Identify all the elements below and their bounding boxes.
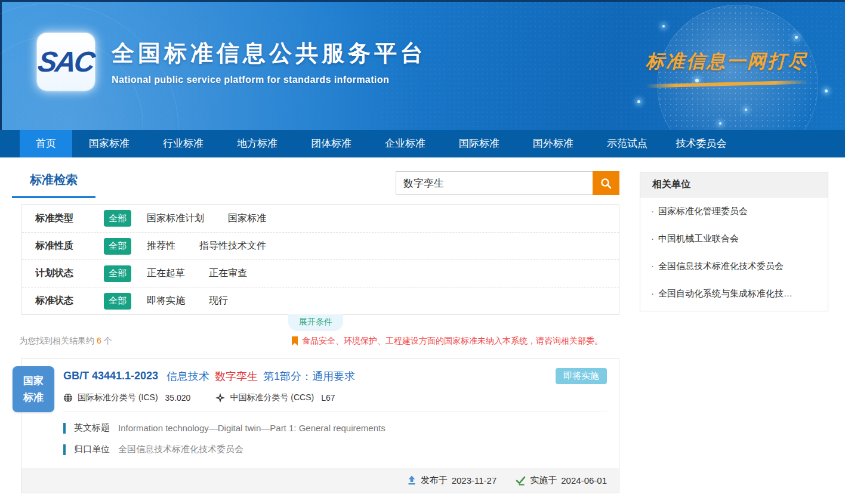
ics-label: 国际标准分类号 (ICS) — [78, 392, 158, 403]
filter-all-badge[interactable]: 全部 — [104, 238, 131, 255]
national-standard-badge: 国家 标准 — [13, 366, 54, 412]
sac-logo-text: SAC — [36, 45, 95, 78]
related-unit-label: 国家标准化管理委员会 — [658, 206, 748, 216]
notice-text: 食品安全、环境保护、工程建设方面的国家标准未纳入本系统，请咨询相关部委。 — [302, 336, 603, 347]
standard-code: GB/T 43441.1-2023 — [63, 370, 158, 382]
nav-item-foreign-standards[interactable]: 国外标准 — [516, 130, 590, 157]
department-row: 归口单位 全国信息技术标准化技术委员会 — [63, 444, 607, 455]
filter-all-badge[interactable]: 全部 — [104, 265, 131, 282]
standard-result-card: 国家 标准 GB/T 43441.1-2023 信息技术 数字孪生 第1部分：通… — [21, 358, 619, 493]
slogan-text: 标准信息一网打尽 — [646, 49, 808, 74]
status-badge: 即将实施 — [556, 368, 607, 384]
filter-all-badge[interactable]: 全部 — [104, 293, 131, 310]
related-units-title: 相关单位 — [640, 172, 828, 197]
related-unit-link[interactable]: ·国家标准化管理委员会 — [640, 197, 828, 225]
implement-date-group: 实施于 2024-06-01 — [516, 475, 607, 486]
publish-label: 发布于 — [421, 475, 448, 486]
bookmark-icon — [291, 336, 298, 346]
implement-date: 2024-06-01 — [561, 475, 607, 486]
nav-item-local-standards[interactable]: 地方标准 — [220, 130, 294, 157]
ics-classification: 国际标准分类号 (ICS) 35.020 — [63, 392, 190, 403]
badge-line2: 标准 — [23, 389, 44, 406]
result-count-number: 6 — [97, 336, 101, 345]
main-nav: 首页 国家标准 行业标准 地方标准 团体标准 企业标准 国际标准 国外标准 示范… — [0, 130, 845, 157]
filter-label: 标准性质 — [35, 240, 89, 252]
related-unit-label: 全国自动化系统与集成标准化技… — [658, 288, 792, 298]
nav-item-pilot[interactable]: 示范试点 — [590, 130, 664, 157]
sac-logo[interactable]: SAC — [37, 33, 95, 91]
related-units-panel: 相关单位 ·国家标准化管理委员会 ·中国机械工业联合会 ·全国信息技术标准化技术… — [640, 172, 828, 311]
filter-label: 标准类型 — [35, 212, 89, 225]
related-unit-link[interactable]: ·全国信息技术标准化技术委员会 — [640, 252, 828, 280]
department-label: 归口单位 — [74, 444, 110, 455]
result-count-prefix: 为您找到相关结果约 — [19, 336, 94, 345]
system-notice: 食品安全、环境保护、工程建设方面的国家标准未纳入本系统，请咨询相关部委。 — [291, 336, 603, 347]
site-subtitle: National public service platform for sta… — [112, 75, 427, 85]
search-button[interactable] — [593, 171, 619, 195]
expand-conditions-button[interactable]: 展开条件 — [288, 314, 343, 331]
result-count-text: 为您找到相关结果约6个 — [19, 336, 112, 347]
nav-item-group-standards[interactable]: 团体标准 — [294, 130, 368, 157]
filter-option[interactable]: 现行 — [209, 295, 228, 307]
nav-item-industry-standards[interactable]: 行业标准 — [146, 130, 220, 157]
nav-item-enterprise-standards[interactable]: 企业标准 — [368, 130, 442, 157]
filter-option[interactable]: 即将实施 — [147, 295, 185, 307]
slogan-banner: 标准信息一网打尽 — [646, 49, 808, 86]
english-title-value: Information technology—Digital twin—Part… — [118, 423, 386, 433]
ccs-value: L67 — [321, 393, 335, 403]
filter-label: 计划状态 — [35, 267, 89, 280]
nav-item-national-standards[interactable]: 国家标准 — [72, 130, 146, 157]
main-column: 标准检索 标准类型 全部 国家标准计划 国家标准 — [12, 165, 619, 493]
glow-dot — [637, 100, 640, 103]
filter-panel: 标准类型 全部 国家标准计划 国家标准 标准性质 全部 推荐性 指导性技术文件 … — [21, 204, 619, 315]
standard-title-segment: 信息技术 — [166, 369, 209, 384]
filter-option[interactable]: 国家标准 — [228, 212, 266, 225]
publish-date: 2023-11-27 — [452, 475, 497, 486]
card-footer: 发布于 2023-11-27 实施于 2024-06-01 — [21, 468, 619, 493]
filter-option[interactable]: 正在审查 — [209, 267, 247, 280]
filter-all-badge[interactable]: 全部 — [104, 210, 131, 227]
nav-item-international-standards[interactable]: 国际标准 — [442, 130, 516, 157]
result-count-suffix: 个 — [104, 336, 112, 345]
ics-value: 35.020 — [165, 393, 191, 403]
department-value: 全国信息技术标准化技术委员会 — [118, 444, 243, 455]
ccs-label: 中国标准分类号 (CCS) — [230, 392, 314, 403]
related-unit-link[interactable]: ·全国自动化系统与集成标准化技… — [640, 280, 828, 307]
filter-label: 标准状态 — [35, 295, 89, 307]
compass-icon — [215, 393, 225, 403]
site-title: 全国标准信息公共服务平台 — [112, 38, 427, 69]
nav-item-home[interactable]: 首页 — [20, 130, 72, 157]
list-bullet: · — [651, 261, 654, 271]
list-bullet: · — [651, 288, 654, 298]
filter-row-standard-nature: 标准性质 全部 推荐性 指导性技术文件 — [22, 232, 619, 259]
glow-dot — [719, 122, 721, 125]
filter-option[interactable]: 国家标准计划 — [147, 212, 204, 225]
site-header: SAC 全国标准信息公共服务平台 National public service… — [0, 0, 845, 130]
tab-standard-search[interactable]: 标准检索 — [12, 165, 95, 198]
english-title-row: 英文标题 Information technology—Digital twin… — [63, 422, 607, 434]
related-unit-link[interactable]: ·中国机械工业联合会 — [640, 225, 828, 252]
related-unit-label: 中国机械工业联合会 — [658, 233, 739, 243]
accent-bar — [63, 444, 66, 455]
list-bullet: · — [651, 233, 654, 243]
related-unit-label: 全国信息技术标准化技术委员会 — [658, 261, 784, 271]
english-title-label: 英文标题 — [74, 422, 110, 434]
filter-option[interactable]: 指导性技术文件 — [199, 240, 266, 252]
list-bullet: · — [651, 206, 654, 216]
filter-option[interactable]: 推荐性 — [147, 240, 175, 252]
implement-label: 实施于 — [530, 475, 557, 486]
globe-icon — [63, 393, 73, 403]
glow-dot — [745, 109, 747, 111]
brand-block: 全国标准信息公共服务平台 National public service pla… — [112, 38, 427, 85]
filter-option[interactable]: 正在起草 — [147, 267, 185, 280]
filter-row-standard-status: 标准状态 全部 即将实施 现行 — [22, 287, 619, 314]
standard-title-highlight: 数字孪生 — [215, 369, 258, 384]
search-input[interactable] — [396, 171, 593, 195]
publish-upload-icon — [407, 475, 417, 486]
ccs-classification: 中国标准分类号 (CCS) L67 — [215, 392, 335, 403]
nav-item-technical-committee[interactable]: 技术委员会 — [664, 130, 738, 157]
implement-check-icon — [516, 476, 526, 486]
search-box — [396, 171, 619, 195]
standard-title-link[interactable]: GB/T 43441.1-2023 信息技术 数字孪生 第1部分：通用要求 — [63, 369, 360, 384]
filter-row-standard-type: 标准类型 全部 国家标准计划 国家标准 — [22, 205, 619, 232]
